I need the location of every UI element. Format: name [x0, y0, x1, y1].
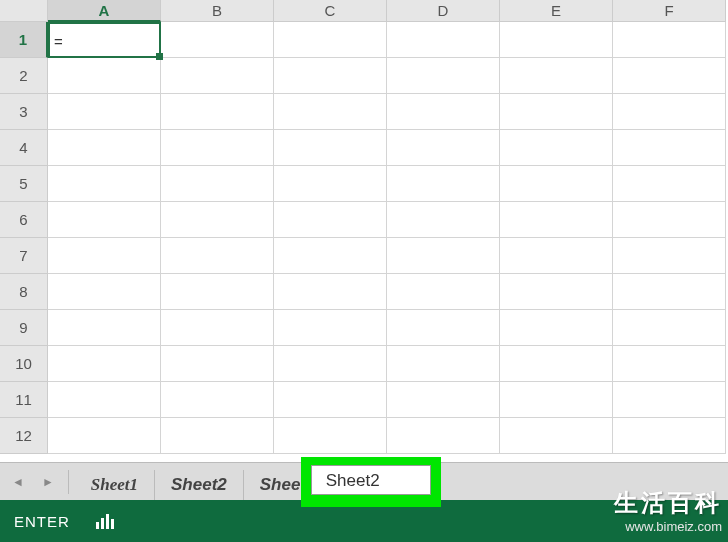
cell[interactable] — [500, 418, 613, 454]
row-header-6[interactable]: 6 — [0, 202, 48, 238]
cell[interactable] — [274, 346, 387, 382]
cell[interactable] — [500, 238, 613, 274]
cell[interactable] — [387, 166, 500, 202]
cell[interactable] — [48, 382, 161, 418]
cell[interactable] — [48, 58, 161, 94]
cell-B1[interactable] — [161, 22, 274, 58]
cell[interactable] — [387, 274, 500, 310]
row-10: 10 — [0, 346, 728, 382]
column-header-E[interactable]: E — [500, 0, 613, 22]
cell-F1[interactable] — [613, 22, 726, 58]
cell[interactable] — [161, 274, 274, 310]
cell[interactable] — [274, 310, 387, 346]
cell[interactable] — [161, 166, 274, 202]
cell[interactable] — [48, 310, 161, 346]
cell[interactable] — [48, 166, 161, 202]
cell[interactable] — [161, 346, 274, 382]
row-header-10[interactable]: 10 — [0, 346, 48, 382]
cell[interactable] — [48, 130, 161, 166]
cell[interactable] — [48, 238, 161, 274]
cell[interactable] — [274, 238, 387, 274]
prev-sheet-arrow-icon[interactable]: ◄ — [12, 475, 24, 489]
row-header-12[interactable]: 12 — [0, 418, 48, 454]
row-header-2[interactable]: 2 — [0, 58, 48, 94]
cell[interactable] — [387, 382, 500, 418]
cell[interactable] — [274, 382, 387, 418]
cell[interactable] — [274, 166, 387, 202]
cell[interactable] — [500, 346, 613, 382]
sheet-tab-sheet3[interactable]: Sheet3 — [244, 470, 333, 500]
column-header-A[interactable]: A — [48, 0, 161, 22]
cell[interactable] — [161, 238, 274, 274]
cell-A1[interactable]: = — [48, 22, 161, 58]
cell[interactable] — [387, 58, 500, 94]
cell[interactable] — [613, 202, 726, 238]
cell[interactable] — [613, 130, 726, 166]
cell[interactable] — [613, 418, 726, 454]
cell-C1[interactable] — [274, 22, 387, 58]
cell[interactable] — [161, 130, 274, 166]
cell[interactable] — [48, 346, 161, 382]
next-sheet-arrow-icon[interactable]: ► — [42, 475, 54, 489]
row-header-3[interactable]: 3 — [0, 94, 48, 130]
column-header-D[interactable]: D — [387, 0, 500, 22]
row-header-5[interactable]: 5 — [0, 166, 48, 202]
sheet-tab-sheet2[interactable]: Sheet2 — [155, 470, 244, 500]
cell[interactable] — [161, 202, 274, 238]
cell[interactable] — [613, 310, 726, 346]
cell[interactable] — [161, 94, 274, 130]
sheet-tab-sheet1[interactable]: Sheet1 — [75, 470, 155, 500]
cell[interactable] — [613, 166, 726, 202]
cell[interactable] — [48, 202, 161, 238]
cell[interactable] — [500, 130, 613, 166]
cell[interactable] — [387, 346, 500, 382]
cell[interactable] — [161, 58, 274, 94]
cell[interactable] — [387, 94, 500, 130]
cell-D1[interactable] — [387, 22, 500, 58]
cell[interactable] — [500, 202, 613, 238]
cell[interactable] — [48, 274, 161, 310]
cell[interactable] — [387, 418, 500, 454]
column-header-F[interactable]: F — [613, 0, 726, 22]
status-mode-text: ENTER — [14, 513, 70, 530]
row-header-8[interactable]: 8 — [0, 274, 48, 310]
cell[interactable] — [274, 202, 387, 238]
cell[interactable] — [613, 238, 726, 274]
select-all-corner[interactable] — [0, 0, 48, 22]
cell[interactable] — [274, 58, 387, 94]
cell[interactable] — [387, 310, 500, 346]
row-header-11[interactable]: 11 — [0, 382, 48, 418]
column-header-B[interactable]: B — [161, 0, 274, 22]
column-header-C[interactable]: C — [274, 0, 387, 22]
cell-E1[interactable] — [500, 22, 613, 58]
cell[interactable] — [274, 130, 387, 166]
cell[interactable] — [387, 130, 500, 166]
cell[interactable] — [387, 238, 500, 274]
macro-record-icon[interactable] — [96, 513, 116, 529]
row-header-1[interactable]: 1 — [0, 22, 48, 58]
row-header-4[interactable]: 4 — [0, 130, 48, 166]
cell[interactable] — [161, 310, 274, 346]
cell[interactable] — [274, 418, 387, 454]
cell[interactable] — [500, 58, 613, 94]
cell[interactable] — [161, 418, 274, 454]
cell[interactable] — [613, 346, 726, 382]
cell[interactable] — [387, 202, 500, 238]
cell[interactable] — [48, 94, 161, 130]
cell[interactable] — [274, 274, 387, 310]
cell[interactable] — [500, 166, 613, 202]
cell[interactable] — [500, 382, 613, 418]
row-header-7[interactable]: 7 — [0, 238, 48, 274]
cell[interactable] — [48, 418, 161, 454]
cell[interactable] — [500, 310, 613, 346]
cell[interactable] — [161, 382, 274, 418]
cell[interactable] — [613, 274, 726, 310]
add-sheet-button[interactable]: + — [350, 478, 372, 500]
cell[interactable] — [274, 94, 387, 130]
cell[interactable] — [500, 94, 613, 130]
cell[interactable] — [613, 94, 726, 130]
row-header-9[interactable]: 9 — [0, 310, 48, 346]
cell[interactable] — [500, 274, 613, 310]
cell[interactable] — [613, 382, 726, 418]
cell[interactable] — [613, 58, 726, 94]
